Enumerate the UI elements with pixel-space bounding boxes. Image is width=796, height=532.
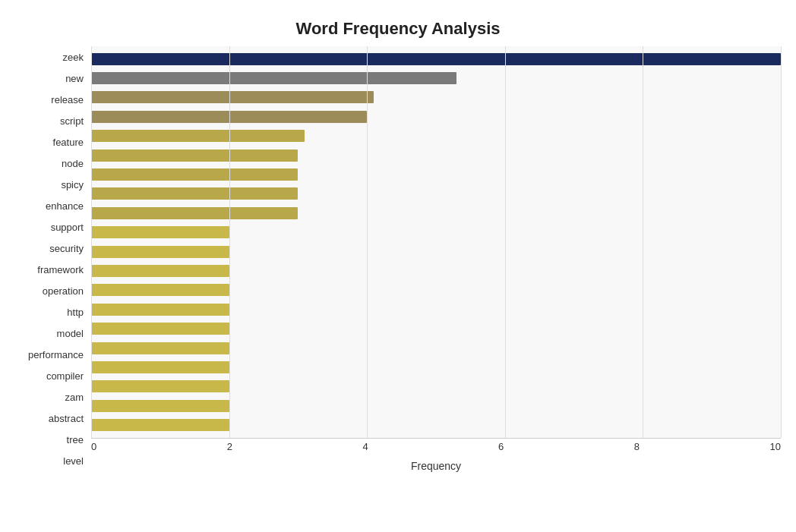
x-tick: 6 xyxy=(498,441,504,452)
bar xyxy=(91,342,229,354)
bar xyxy=(91,53,781,65)
bar xyxy=(91,150,298,162)
bar xyxy=(91,168,298,181)
bar-row xyxy=(91,282,781,298)
y-label: zeek xyxy=(15,52,87,62)
y-axis: zeeknewreleasescriptfeaturenodespicyenha… xyxy=(15,46,91,472)
bar-row xyxy=(91,70,781,87)
y-label: framework xyxy=(15,265,87,275)
bar-row xyxy=(91,166,781,183)
bar-row xyxy=(91,51,781,68)
y-label: abstract xyxy=(15,414,87,423)
bar xyxy=(91,130,305,142)
x-axis: 0246810 Frequency xyxy=(91,438,781,472)
bar-row xyxy=(91,127,781,144)
bar-row xyxy=(91,205,781,222)
bar xyxy=(91,380,229,392)
y-label: operation xyxy=(15,286,87,296)
bar-row xyxy=(91,301,781,318)
bar xyxy=(91,323,229,335)
y-label: tree xyxy=(15,435,87,445)
y-label: spicy xyxy=(15,180,87,190)
y-label: feature xyxy=(15,137,87,147)
x-tick: 0 xyxy=(91,441,96,452)
bar xyxy=(91,284,229,296)
bar-row xyxy=(91,185,781,202)
x-axis-label: Frequency xyxy=(91,460,781,472)
bar-row xyxy=(91,244,781,260)
bar-row xyxy=(91,224,781,241)
bar-row xyxy=(91,340,781,357)
y-label: level xyxy=(15,456,87,466)
bar xyxy=(91,304,229,316)
bars-wrapper xyxy=(91,46,781,438)
bar-row xyxy=(91,263,781,279)
bar xyxy=(91,111,367,123)
bar xyxy=(91,91,374,103)
y-label: model xyxy=(15,329,87,338)
chart-container: Word Frequency Analysis zeeknewreleasesc… xyxy=(0,0,796,532)
x-tick: 4 xyxy=(362,441,368,452)
y-label: new xyxy=(15,74,87,83)
bar-row xyxy=(91,359,781,376)
bar-row xyxy=(91,320,781,337)
y-label: http xyxy=(15,307,87,317)
grid-line xyxy=(781,46,782,438)
bar xyxy=(91,207,298,219)
y-label: performance xyxy=(15,350,87,360)
bar xyxy=(91,246,229,258)
bar-row xyxy=(91,378,781,395)
bar xyxy=(91,419,229,431)
bar xyxy=(91,226,229,238)
bar xyxy=(91,361,229,373)
bar-row xyxy=(91,109,781,125)
y-label: release xyxy=(15,95,87,105)
bar xyxy=(91,72,456,84)
chart-plot: 0246810 Frequency xyxy=(91,46,781,472)
y-label: script xyxy=(15,116,87,126)
x-tick: 2 xyxy=(227,441,232,452)
x-tick: 10 xyxy=(770,441,781,452)
chart-title: Word Frequency Analysis xyxy=(15,15,781,39)
grid-area xyxy=(91,46,781,438)
y-label: zam xyxy=(15,392,87,402)
bar-row xyxy=(91,417,781,433)
bar-row xyxy=(91,147,781,164)
y-label: enhance xyxy=(15,201,87,211)
x-tick: 8 xyxy=(634,441,640,452)
y-label: security xyxy=(15,244,87,253)
bar xyxy=(91,265,229,277)
y-label: support xyxy=(15,222,87,232)
bar xyxy=(91,187,298,200)
bar-row xyxy=(91,398,781,414)
bar-row xyxy=(91,89,781,105)
y-label: compiler xyxy=(15,371,87,381)
y-label: node xyxy=(15,159,87,168)
bar xyxy=(91,400,229,412)
